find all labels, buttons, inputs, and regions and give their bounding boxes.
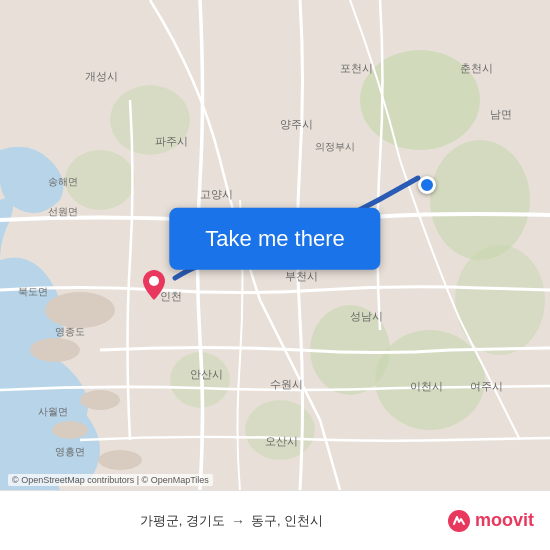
svg-text:영흥면: 영흥면: [55, 446, 85, 457]
take-me-there-button[interactable]: Take me there: [169, 208, 380, 270]
svg-point-7: [430, 140, 530, 260]
svg-text:이천시: 이천시: [410, 380, 443, 392]
svg-text:포천시: 포천시: [340, 62, 373, 74]
svg-text:남면: 남면: [490, 108, 512, 120]
moovit-text: moovit: [475, 510, 534, 531]
svg-text:성남시: 성남시: [350, 310, 383, 322]
svg-text:오산시: 오산시: [265, 435, 298, 447]
svg-text:북도면: 북도면: [18, 286, 48, 297]
svg-text:고양시: 고양시: [200, 188, 233, 200]
origin-label: 가평군, 경기도: [140, 512, 225, 530]
svg-point-14: [245, 400, 315, 460]
svg-text:양주시: 양주시: [280, 118, 313, 130]
svg-text:춘천시: 춘천시: [460, 62, 493, 74]
origin-pin: [143, 270, 165, 298]
svg-text:안산시: 안산시: [190, 368, 223, 380]
moovit-logo-icon: [447, 509, 471, 533]
svg-text:영종도: 영종도: [55, 326, 85, 337]
svg-point-37: [149, 276, 159, 286]
svg-text:송해면: 송해면: [48, 176, 78, 187]
map-attribution: © OpenStreetMap contributors | © OpenMap…: [8, 474, 213, 486]
svg-point-1: [45, 292, 115, 328]
map-container: 개성시 포천시 춘천시 남면 파주시 양주시 의정부시 송해면 선원면 고양시 …: [0, 0, 550, 490]
svg-point-4: [52, 421, 88, 439]
svg-text:부천시: 부천시: [285, 270, 318, 282]
footer: 가평군, 경기도 → 동구, 인천시 moovit: [0, 490, 550, 550]
svg-text:파주시: 파주시: [155, 135, 188, 147]
svg-text:여주시: 여주시: [470, 380, 503, 392]
svg-text:개성시: 개성시: [85, 70, 118, 82]
svg-text:선원면: 선원면: [48, 206, 78, 217]
svg-point-5: [98, 450, 142, 470]
svg-text:수원시: 수원시: [270, 378, 303, 390]
route-info: 가평군, 경기도 → 동구, 인천시: [16, 512, 447, 530]
svg-text:사월면: 사월면: [38, 406, 68, 417]
svg-point-3: [80, 390, 120, 410]
svg-point-2: [30, 338, 80, 362]
moovit-logo: moovit: [447, 509, 534, 533]
arrow-icon: →: [231, 513, 245, 529]
svg-text:의정부시: 의정부시: [315, 141, 355, 152]
destination-label: 동구, 인천시: [251, 512, 323, 530]
